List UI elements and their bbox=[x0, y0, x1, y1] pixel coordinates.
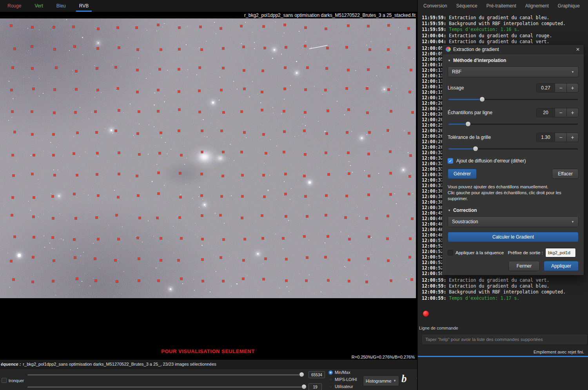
gradient-sample[interactable] bbox=[31, 133, 33, 135]
radio-button[interactable] bbox=[328, 370, 333, 375]
generate-button[interactable]: Générer bbox=[448, 169, 477, 179]
samples-slider[interactable] bbox=[448, 121, 578, 127]
gradient-sample[interactable] bbox=[118, 152, 120, 154]
gradient-sample[interactable] bbox=[244, 238, 246, 240]
gradient-sample[interactable] bbox=[304, 45, 306, 47]
console-tab-0[interactable]: Conversion bbox=[423, 3, 447, 9]
plus-button[interactable]: + bbox=[567, 108, 579, 117]
gradient-sample[interactable] bbox=[285, 193, 287, 195]
gradient-sample[interactable] bbox=[12, 197, 14, 199]
gradient-sample[interactable] bbox=[94, 258, 96, 260]
gradient-sample[interactable] bbox=[303, 235, 305, 237]
gradient-sample[interactable] bbox=[307, 67, 309, 69]
gradient-sample[interactable] bbox=[284, 88, 286, 90]
gradient-sample[interactable] bbox=[179, 217, 181, 219]
gradient-sample[interactable] bbox=[32, 256, 34, 258]
gradient-sample[interactable] bbox=[241, 174, 243, 176]
gradient-sample[interactable] bbox=[412, 111, 414, 113]
gradient-sample[interactable] bbox=[262, 237, 264, 239]
gradient-sample[interactable] bbox=[54, 89, 56, 91]
gradient-sample[interactable] bbox=[369, 49, 371, 51]
gradient-sample[interactable] bbox=[262, 70, 264, 72]
gradient-sample[interactable] bbox=[118, 47, 120, 49]
gradient-sample[interactable] bbox=[55, 67, 57, 69]
histogram-mode-select[interactable]: Histogramme ▼ bbox=[363, 375, 399, 386]
gradient-sample[interactable] bbox=[74, 111, 76, 113]
gradient-sample[interactable] bbox=[157, 24, 159, 26]
gradient-sample[interactable] bbox=[390, 110, 392, 112]
gradient-sample[interactable] bbox=[263, 196, 265, 198]
slider-handle[interactable] bbox=[465, 121, 471, 127]
gradient-sample[interactable] bbox=[222, 47, 224, 49]
gradient-sample[interactable] bbox=[222, 151, 224, 153]
gradient-sample[interactable] bbox=[306, 257, 308, 259]
gradient-sample[interactable] bbox=[241, 111, 243, 113]
gradient-sample[interactable] bbox=[305, 27, 307, 29]
gradient-sample[interactable] bbox=[325, 256, 327, 258]
gradient-sample[interactable] bbox=[178, 27, 180, 29]
gradient-sample[interactable] bbox=[305, 195, 307, 197]
gradient-sample[interactable] bbox=[368, 153, 370, 155]
gradient-sample[interactable] bbox=[325, 89, 327, 91]
gradient-sample[interactable] bbox=[408, 27, 410, 29]
gradient-sample[interactable] bbox=[283, 131, 285, 133]
gradient-sample[interactable] bbox=[285, 46, 287, 48]
console-tab-2[interactable]: Pré-traitement bbox=[486, 3, 516, 9]
gradient-sample[interactable] bbox=[243, 259, 245, 261]
gradient-sample[interactable] bbox=[387, 215, 389, 217]
gradient-sample[interactable] bbox=[10, 25, 12, 27]
gradient-sample[interactable] bbox=[221, 130, 223, 132]
gradient-sample[interactable] bbox=[160, 132, 162, 134]
gradient-sample[interactable] bbox=[178, 130, 180, 132]
gradient-sample[interactable] bbox=[117, 87, 119, 89]
gradient-sample[interactable] bbox=[348, 109, 350, 111]
channel-tab-bleu[interactable]: Bleu bbox=[50, 0, 73, 12]
gradient-sample[interactable] bbox=[11, 111, 13, 113]
gradient-sample[interactable] bbox=[284, 24, 286, 26]
gradient-sample[interactable] bbox=[409, 175, 411, 177]
gradient-sample[interactable] bbox=[243, 131, 245, 133]
gradient-sample[interactable] bbox=[390, 193, 392, 195]
gradient-sample[interactable] bbox=[201, 238, 203, 240]
gradient-sample[interactable] bbox=[347, 69, 349, 71]
gradient-sample[interactable] bbox=[240, 25, 242, 27]
gradient-sample[interactable] bbox=[136, 175, 138, 177]
gradient-sample[interactable] bbox=[241, 217, 243, 219]
gradient-sample[interactable] bbox=[33, 236, 35, 238]
gradient-sample[interactable] bbox=[285, 173, 287, 175]
correction-method-select[interactable]: Soustraction ▼ bbox=[448, 216, 579, 227]
slider-handle[interactable] bbox=[299, 372, 304, 377]
gradient-sample[interactable] bbox=[54, 48, 56, 50]
gradient-sample[interactable] bbox=[285, 258, 287, 260]
gradient-sample[interactable] bbox=[159, 68, 161, 70]
gradient-sample[interactable] bbox=[263, 133, 265, 135]
gradient-sample[interactable] bbox=[180, 154, 182, 156]
gradient-sample[interactable] bbox=[326, 133, 328, 135]
gradient-sample[interactable] bbox=[198, 90, 200, 92]
channel-tab-rvb[interactable]: RVB bbox=[73, 0, 95, 12]
gradient-sample[interactable] bbox=[368, 175, 370, 177]
gradient-sample[interactable] bbox=[345, 217, 347, 219]
gradient-sample[interactable] bbox=[76, 132, 78, 134]
gradient-sample[interactable] bbox=[31, 111, 33, 113]
gradient-sample[interactable] bbox=[53, 26, 55, 28]
gradient-sample[interactable] bbox=[180, 278, 182, 280]
gradient-sample[interactable] bbox=[139, 217, 141, 219]
interpolation-expander[interactable]: ▼ Méthode d'interpolation bbox=[448, 58, 579, 63]
command-input[interactable] bbox=[421, 334, 588, 345]
gradient-sample[interactable] bbox=[283, 151, 285, 153]
plus-button[interactable]: + bbox=[567, 83, 579, 93]
gradient-sample[interactable] bbox=[263, 174, 265, 176]
gradient-sample[interactable] bbox=[97, 195, 99, 197]
gradient-sample[interactable] bbox=[285, 215, 287, 217]
gradient-sample[interactable] bbox=[264, 47, 266, 49]
gradient-sample[interactable] bbox=[285, 280, 287, 282]
gradient-sample[interactable] bbox=[53, 260, 55, 262]
gradient-sample[interactable] bbox=[136, 91, 138, 93]
gradient-sample[interactable] bbox=[52, 237, 54, 239]
gradient-sample[interactable] bbox=[178, 91, 180, 93]
minus-button[interactable]: − bbox=[555, 83, 567, 93]
clear-button[interactable]: Effacer bbox=[552, 169, 579, 179]
gradient-sample[interactable] bbox=[303, 130, 305, 132]
gradient-sample[interactable] bbox=[96, 173, 98, 175]
